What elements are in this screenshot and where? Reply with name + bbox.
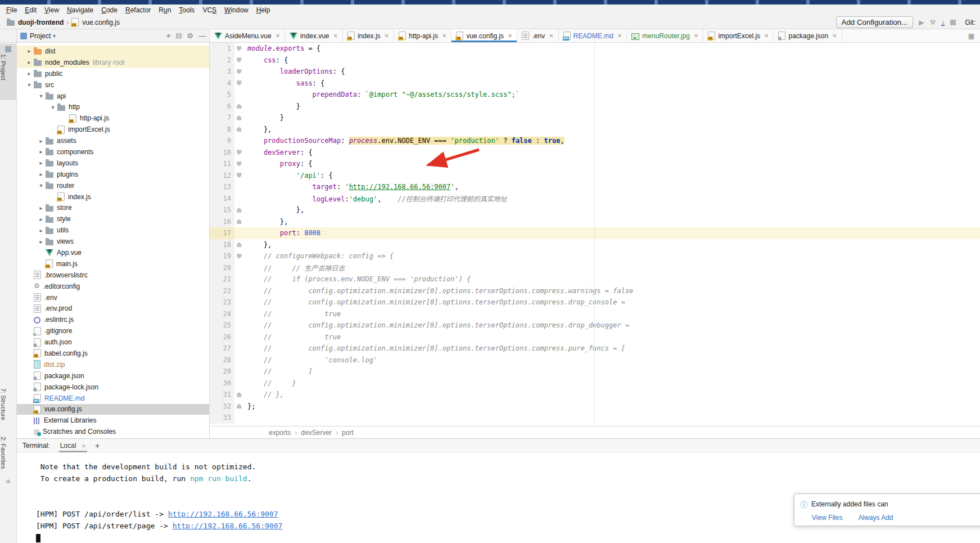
- editor-tab-AsideMenu.vue[interactable]: AsideMenu.vue✕: [210, 29, 285, 42]
- editor-tab-index.vue[interactable]: index.vue✕: [285, 29, 343, 42]
- build-icon[interactable]: ⚒: [930, 19, 936, 26]
- menu-item-view[interactable]: View: [40, 5, 63, 15]
- code-line-16[interactable]: 16 },: [210, 216, 980, 228]
- code-line-5[interactable]: 5 prependData: `@import "~@/assets/scss/…: [210, 89, 980, 101]
- fold-open-icon[interactable]: [237, 150, 242, 155]
- code-line-29[interactable]: 29 // ]: [210, 366, 980, 378]
- editor-tab-menuRouter.jpg[interactable]: menuRouter.jpg✕: [627, 29, 703, 42]
- editor-tab-package.json[interactable]: {}package.json✕: [774, 29, 842, 42]
- notification-action-always-add[interactable]: Always Add: [858, 514, 893, 522]
- breadcrumb-file[interactable]: vue.config.js: [82, 19, 120, 26]
- code-line-32[interactable]: 32};: [210, 401, 980, 412]
- chevron-closed-icon[interactable]: ▸: [37, 216, 46, 222]
- tree-item-main.js[interactable]: JSmain.js: [17, 258, 209, 270]
- close-icon[interactable]: ✕: [832, 33, 837, 39]
- settings-icon[interactable]: ⚙: [187, 32, 193, 41]
- chevron-down-icon[interactable]: ▾: [53, 33, 56, 39]
- code-line-3[interactable]: 3 loaderOptions: {: [210, 66, 980, 78]
- code-line-30[interactable]: 30 // }: [210, 378, 980, 389]
- fold-close-icon[interactable]: [237, 403, 242, 409]
- code-line-6[interactable]: 6 }: [210, 101, 980, 113]
- tree-item-.env[interactable]: .env: [17, 292, 209, 303]
- tree-item-views[interactable]: ▸views: [17, 236, 209, 247]
- breadcrumb-exports[interactable]: exports: [269, 429, 291, 437]
- add-configuration-button[interactable]: Add Configuration...: [836, 16, 914, 28]
- stripe-favorites-button[interactable]: 2: Favorites: [0, 437, 16, 469]
- terminal-link[interactable]: http://192.168.66.56:9007: [168, 510, 278, 518]
- tree-item-node_modules[interactable]: ▸node_moduleslibrary root: [17, 57, 209, 68]
- code-line-22[interactable]: 22 // config.optimization.minimizer[0].o…: [210, 285, 980, 297]
- breadcrumb-project[interactable]: duoji-frontend: [18, 19, 64, 26]
- fold-close-icon[interactable]: [237, 104, 242, 109]
- tree-item-dist[interactable]: ▸dist: [17, 46, 209, 57]
- tree-item-.editorconfig[interactable]: ⚙.editorconfig: [17, 281, 209, 292]
- stripe-structure-button[interactable]: 7: Structure: [0, 388, 16, 420]
- tree-item-auth.json[interactable]: {}auth.json: [17, 336, 209, 348]
- chevron-closed-icon[interactable]: ▸: [37, 205, 46, 211]
- hide-panel-icon[interactable]: —: [198, 32, 206, 41]
- fold-open-icon[interactable]: [237, 46, 242, 51]
- fold-close-icon[interactable]: [237, 208, 242, 213]
- close-icon[interactable]: ✕: [508, 33, 512, 39]
- fold-open-icon[interactable]: [237, 161, 242, 167]
- notification-action-view-files[interactable]: View Files: [812, 514, 842, 522]
- code-line-26[interactable]: 26 // true: [210, 331, 980, 343]
- terminal-link[interactable]: http://192.168.66.56:9007: [173, 522, 283, 530]
- menu-item-file[interactable]: File: [2, 5, 21, 15]
- close-icon[interactable]: ✕: [276, 33, 280, 39]
- editor-tab-importExcel.js[interactable]: JSimportExcel.js✕: [703, 29, 774, 42]
- menu-item-code[interactable]: Code: [97, 5, 121, 15]
- code-line-17[interactable]: 17 port: 8008: [210, 227, 980, 239]
- code-line-14[interactable]: 14 logLevel:'debug', //控制台终端打印代理前的真实地址: [210, 193, 980, 205]
- menu-item-refactor[interactable]: Refactor: [121, 5, 155, 15]
- code-line-24[interactable]: 24 // true: [210, 308, 980, 320]
- code-line-2[interactable]: 2 css: {: [210, 55, 980, 66]
- breadcrumb-devServer[interactable]: devServer: [301, 429, 332, 437]
- code-line-18[interactable]: 18 },: [210, 239, 980, 251]
- chevron-closed-icon[interactable]: ▸: [25, 70, 34, 77]
- code-line-9[interactable]: 9 productionSourceMap: process.env.NODE_…: [210, 135, 980, 147]
- code-line-27[interactable]: 27 // config.optimization.minimizer[0].o…: [210, 343, 980, 354]
- code-line-33[interactable]: 33: [210, 412, 980, 424]
- chevron-open-icon[interactable]: ▾: [37, 182, 46, 189]
- menu-item-vcs[interactable]: VCS: [198, 5, 220, 15]
- favorites-star-icon[interactable]: ★: [0, 477, 16, 486]
- stop-icon[interactable]: [950, 20, 956, 25]
- tree-item-src[interactable]: ▾src: [17, 79, 209, 91]
- fold-close-icon[interactable]: [237, 115, 242, 120]
- menu-item-help[interactable]: Help: [252, 5, 274, 15]
- locate-file-icon[interactable]: ⌖: [166, 32, 170, 41]
- tree-item-.browserslistrc[interactable]: .browserslistrc: [17, 270, 209, 281]
- code-line-28[interactable]: 28 // 'console.log': [210, 354, 980, 366]
- tree-item-style[interactable]: ▸style: [17, 213, 209, 225]
- editor-tab-.env[interactable]: .env✕: [517, 29, 558, 42]
- fold-open-icon[interactable]: [237, 80, 242, 86]
- code-line-8[interactable]: 8 },: [210, 124, 980, 136]
- tree-item-store[interactable]: ▸store: [17, 202, 209, 213]
- chevron-closed-icon[interactable]: ▸: [37, 149, 46, 155]
- code-line-10[interactable]: 10 devServer: {: [210, 147, 980, 159]
- fold-open-icon[interactable]: [237, 254, 242, 259]
- tree-item-http-api.js[interactable]: JShttp-api.js: [17, 113, 209, 124]
- tree-item-External Libraries[interactable]: External Libraries: [17, 415, 209, 426]
- menu-item-window[interactable]: Window: [220, 5, 252, 15]
- fold-close-icon[interactable]: [237, 242, 242, 247]
- project-panel-title[interactable]: Project: [30, 32, 51, 40]
- code-line-23[interactable]: 23 // config.optimization.minimizer[0].o…: [210, 297, 980, 308]
- editor-tab-vue.config.js[interactable]: JSvue.config.js✕: [451, 29, 517, 42]
- code-line-12[interactable]: 12 '/api': {: [210, 170, 980, 182]
- code-line-20[interactable]: 20 // // 生产去除日志: [210, 262, 980, 274]
- code-line-31[interactable]: 31 // },: [210, 389, 980, 401]
- editor-tab-index.js[interactable]: JSindex.js✕: [343, 29, 394, 42]
- code-line-19[interactable]: 19 // configureWebpack: config => {: [210, 250, 980, 262]
- editor-tab-http-api.js[interactable]: JShttp-api.js✕: [394, 29, 451, 42]
- tree-item-App.vue[interactable]: App.vue: [17, 247, 209, 258]
- code-line-13[interactable]: 13 target: 'http://192.168.66.56:9007',: [210, 181, 980, 193]
- fold-open-icon[interactable]: [237, 173, 242, 178]
- chevron-open-icon[interactable]: ▾: [25, 82, 34, 88]
- run-icon[interactable]: ▶: [919, 19, 924, 26]
- update-project-icon[interactable]: ↓: [941, 19, 945, 26]
- tree-item-plugins[interactable]: ▸plugins: [17, 169, 209, 180]
- menu-item-run[interactable]: Run: [155, 5, 175, 15]
- tree-item-dist.zip[interactable]: dist.zip: [17, 359, 209, 370]
